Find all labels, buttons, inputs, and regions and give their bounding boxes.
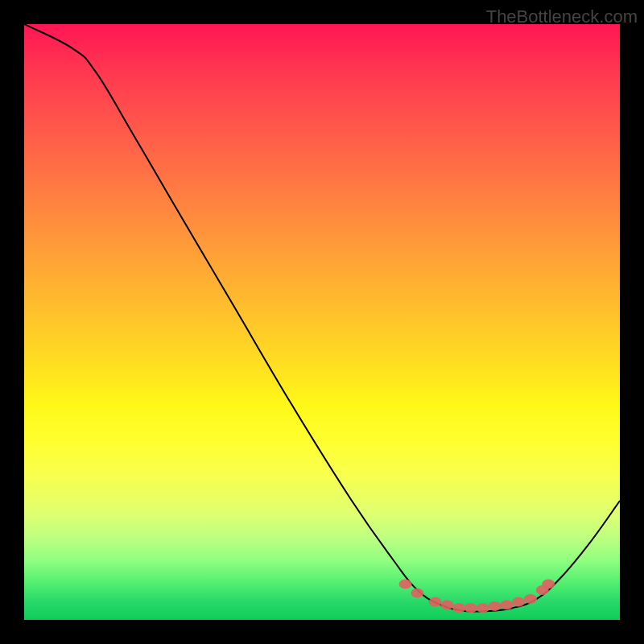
curve-line	[24, 24, 620, 612]
data-dot	[477, 603, 489, 613]
data-dot	[500, 601, 513, 610]
chart-container	[24, 24, 620, 620]
data-dot	[464, 603, 477, 613]
data-dot	[524, 594, 537, 604]
data-dot	[440, 601, 453, 610]
dots-group	[399, 580, 555, 613]
data-dot	[429, 597, 442, 607]
chart-svg	[24, 24, 620, 620]
data-dot	[452, 603, 465, 613]
watermark-text: TheBottleneck.com	[486, 6, 638, 27]
data-dot	[399, 580, 412, 589]
data-dot	[411, 588, 423, 598]
data-dot	[489, 601, 502, 611]
data-dot	[542, 580, 555, 589]
data-dot	[512, 597, 525, 607]
